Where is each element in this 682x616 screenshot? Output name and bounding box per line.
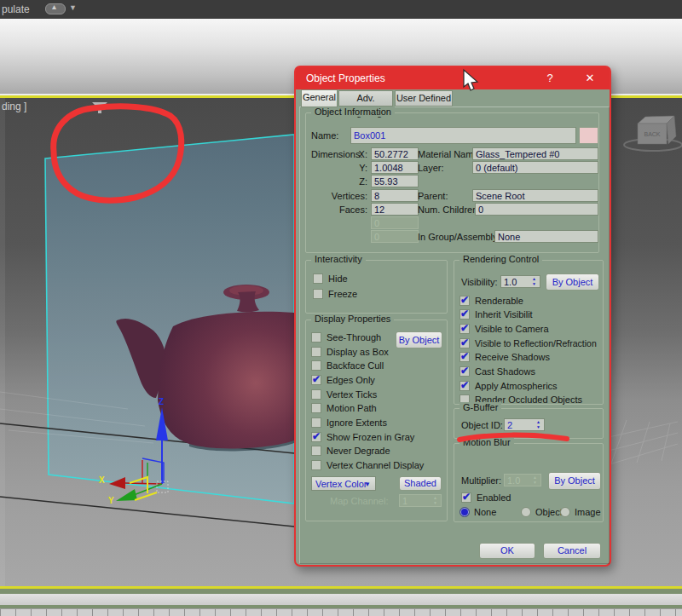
dimension-y-value: 1.0048 [371,161,419,174]
checkbox-motion-path[interactable]: Motion Path [311,403,377,413]
checkbox-see-through[interactable]: See-Through [311,332,381,343]
dialog-title: Object Properties [306,72,385,84]
checkbox-box [459,296,470,306]
group-legend: Rendering Control [459,254,542,264]
checkbox-hide[interactable]: Hide [313,273,348,284]
teapot-body [158,312,294,449]
checkbox-visible-to-reflection[interactable]: Visible to Reflection/Refraction [459,338,597,348]
checkbox-box [459,366,470,377]
checkbox-cast-shadows[interactable]: Cast Shadows [459,366,535,377]
checkbox-label: Visible to Camera [475,324,549,334]
ok-button[interactable]: OK [479,543,535,559]
flyout-button-icon[interactable] [45,3,66,14]
checkbox-label: Cast Shadows [475,366,535,377]
disabled-count-field-2: 0 [371,230,419,243]
checkbox-inherit-visibility[interactable]: Inherit Visibilit [459,309,533,320]
checkbox-label: Display as Box [327,347,389,357]
radio-button [459,507,470,517]
spinner-icon [531,475,539,486]
vertex-color-dropdown[interactable]: Vertex Color [311,476,376,491]
disabled-count-field-1: 0 [371,216,419,229]
radio-image[interactable]: Image [560,507,601,517]
checkbox-ignore-extents[interactable]: Ignore Extents [311,417,387,428]
multiplier-label: Multiplier: [461,475,501,486]
num-children-value: 0 [475,203,598,216]
checkbox-visible-to-camera[interactable]: Visible to Camera [459,324,549,334]
layer-label: Layer: [418,163,444,173]
group-interactivity: Interactivity Hide Freeze [305,260,448,314]
tab-adv-lighting[interactable]: Adv. Lighting [338,90,393,107]
radio-label: Object [535,507,563,517]
spinner-icon[interactable] [535,419,542,430]
viewcube-face-label: BACK [644,131,660,137]
group-legend: Object Information [311,107,395,117]
checkbox-label: Enabled [477,492,511,503]
checkbox-box [461,492,471,503]
spinner-icon[interactable] [530,276,538,287]
checkbox-apply-atmospherics[interactable]: Apply Atmospherics [459,381,558,391]
viewcube[interactable]: BACK [624,116,682,151]
track-bar[interactable] [0,594,682,605]
tab-general[interactable]: General [301,89,338,107]
checkbox-receive-shadows[interactable]: Receive Shadows [459,352,550,362]
tab-user-defined[interactable]: User Defined [395,90,453,107]
radio-label: None [474,507,496,517]
checkbox-label: Edges Only [327,375,375,385]
faces-label: Faces: [313,204,367,215]
checkbox-display-as-box[interactable]: Display as Box [311,347,389,357]
checkbox-label: Ignore Extents [327,417,387,428]
name-input[interactable]: Box001 [350,127,576,144]
checkbox-vertex-channel-display[interactable]: Vertex Channel Display [311,460,424,470]
checkbox-enabled[interactable]: Enabled [461,492,511,503]
map-channel-label: Map Channel: [330,496,389,506]
in-group-value: None [494,230,598,243]
checkbox-box [311,460,321,470]
radio-object[interactable]: Object [521,507,563,517]
checkbox-backface-cull[interactable]: Backface Cull [311,360,384,371]
in-group-label: In Group/Assembly: [418,232,500,242]
radio-none[interactable]: None [459,507,496,517]
checkbox-show-frozen-in-gray[interactable]: Show Frozen in Gray [311,432,414,442]
checkbox-box [311,375,321,385]
timeline-ruler[interactable] [0,608,682,616]
checkbox-box [311,446,321,456]
checkbox-label: Renderable [475,296,523,306]
viewport-shading-label[interactable]: ding ] [2,101,26,112]
checkbox-label: Backface Cull [327,360,384,371]
checkbox-label: Receive Shadows [475,352,550,362]
checkbox-never-degrade[interactable]: Never Degrade [311,446,390,456]
checkbox-box [311,403,321,413]
checkbox-box [459,381,470,391]
menu-item-partial[interactable]: pulate [2,3,30,15]
checkbox-freeze[interactable]: Freeze [313,289,357,299]
shaded-button[interactable]: Shaded [399,476,442,491]
checkbox-label: Inherit Visibilit [475,309,533,320]
checkbox-box [311,417,321,428]
checkbox-edges-only[interactable]: Edges Only [311,375,375,385]
display-by-object-button[interactable]: By Object [396,331,442,348]
chevron-down-icon[interactable]: ▼ [69,3,77,12]
checkbox-label: Motion Path [327,403,377,413]
help-button[interactable]: ? [543,72,557,84]
vertices-value: 8 [371,189,419,202]
group-motion-blur: Motion Blur Multiplier: 1.0 By Object En… [454,443,604,522]
object-id-value: 2 [507,420,512,430]
object-properties-dialog: Object Properties ? ✕ General Adv. Light… [294,66,611,567]
cancel-button[interactable]: Cancel [543,543,601,559]
z-label: Z: [340,176,367,187]
group-legend: Interactivity [311,254,366,264]
dialog-title-bar[interactable]: Object Properties ? ✕ [296,67,610,89]
visibility-field[interactable]: 1.0 [500,275,540,288]
object-id-field[interactable]: 2 [504,418,545,431]
checkbox-vertex-ticks[interactable]: Vertex Ticks [311,389,377,400]
gizmo-y-arrow[interactable] [116,489,137,501]
close-button[interactable]: ✕ [582,72,598,84]
checkbox-box [311,347,321,357]
object-color-swatch[interactable] [579,127,598,144]
checkbox-box [313,289,323,299]
checkbox-renderable[interactable]: Renderable [459,296,523,306]
visibility-by-object-button[interactable]: By Object [546,273,599,291]
motion-blur-by-object-button[interactable]: By Object [548,472,601,490]
radio-button [560,507,570,517]
radio-label: Image [575,507,601,517]
